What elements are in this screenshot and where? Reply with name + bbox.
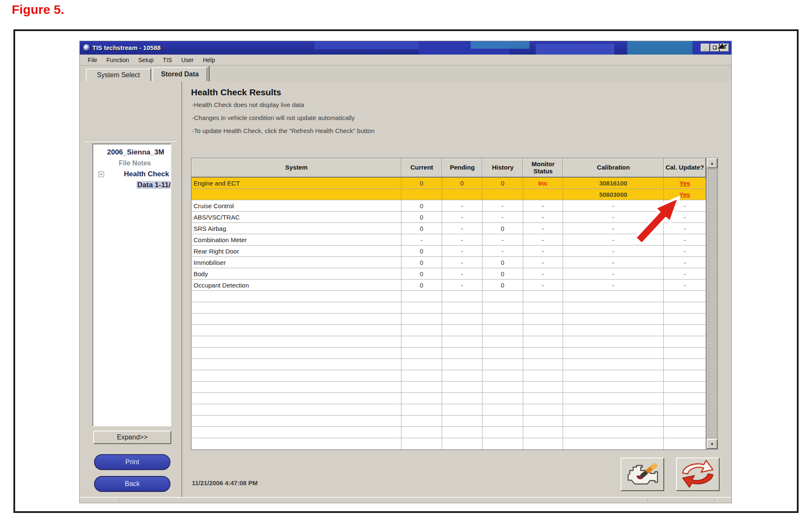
cell-empty (563, 359, 664, 370)
cell-empty (442, 291, 482, 302)
table-row[interactable]: ABS/VSC/TRAC 0 - - - - - (191, 212, 706, 223)
column-header[interactable]: Cal. Update? (664, 158, 706, 177)
statusbar-divider (715, 499, 716, 502)
cell-empty (191, 336, 401, 347)
cell-empty (442, 438, 482, 450)
refresh-health-check-button[interactable] (676, 457, 720, 491)
refresh-icon (678, 459, 718, 490)
cell-empty (563, 302, 664, 313)
cell-cal-update[interactable]: - (664, 280, 706, 290)
cell-monitor-status: - (523, 246, 563, 256)
cell-empty (442, 314, 482, 324)
statusbar-divider (647, 499, 649, 502)
menu-bar: FileFunctionSetupTISUserHelp (80, 55, 731, 65)
tree-item-file-notes[interactable]: File Notes (93, 158, 170, 169)
back-button[interactable]: Back (94, 476, 170, 492)
cell-history: 0 (482, 178, 523, 188)
cell-system: Immobiliser (191, 257, 401, 268)
cell-current: 0 (401, 257, 442, 268)
table-row[interactable]: Occupant Detection 0 - 0 - - - (191, 280, 706, 291)
table-row[interactable]: SRS Airbag 0 - 0 - - - (191, 223, 706, 234)
scroll-down-icon[interactable]: ▼ (707, 439, 718, 449)
cell-cal-update[interactable]: Yes (664, 178, 706, 188)
cell-empty (191, 416, 401, 426)
table-row[interactable]: Immobiliser 0 - 0 - - - (191, 257, 706, 268)
scrollbar-track[interactable] (708, 169, 717, 438)
table-row[interactable]: Engine and ECT 0 0 0 Inc 30816100 Yes (191, 178, 706, 189)
table-row-empty (191, 393, 706, 404)
cell-empty (401, 291, 442, 302)
cell-current: 0 (401, 223, 442, 234)
cell-empty (401, 336, 442, 347)
print-button[interactable]: Print (94, 454, 170, 470)
tab-bar: System Select Stored Data (80, 65, 731, 81)
cell-empty (482, 404, 523, 415)
cell-monitor-status: - (523, 223, 563, 234)
engine-data-button[interactable] (621, 457, 664, 491)
menu-item[interactable]: Setup (134, 57, 158, 63)
title-bar[interactable]: TIS techstream - 10588 _ ❏ ✕ (80, 41, 731, 55)
tree-item-data-file[interactable]: Data 1-11/ (136, 181, 171, 189)
menu-item[interactable]: User (177, 57, 199, 63)
tab-system-select[interactable]: System Select (86, 68, 151, 81)
table-row-empty (191, 404, 706, 416)
tab-stored-data[interactable]: Stored Data (152, 67, 207, 81)
cell-system: Cruise Control (191, 200, 401, 211)
column-header[interactable]: Monitor Status (523, 158, 563, 177)
menu-item[interactable]: Help (198, 57, 220, 63)
cell-cal-update[interactable]: - (664, 234, 706, 245)
scroll-up-icon[interactable]: ▲ (707, 158, 718, 168)
table-row[interactable]: Rear Right Door 0 - - - - - (191, 246, 706, 257)
table-row-empty (191, 302, 706, 314)
tree-item-vehicle-file[interactable]: 2006_Sienna_3M (93, 147, 170, 158)
cell-empty (482, 291, 523, 302)
cell-empty (401, 325, 442, 336)
cell-empty (482, 348, 523, 358)
cell-pending: - (442, 234, 482, 245)
cell-history: - (482, 234, 523, 245)
table-row[interactable]: 50803000 Yes (191, 189, 706, 200)
cell-history (482, 189, 523, 200)
cell-empty (664, 393, 706, 404)
minimize-button[interactable]: _ (701, 44, 710, 52)
column-header[interactable]: System (191, 158, 401, 177)
cell-cal-update[interactable]: - (664, 246, 706, 256)
cell-empty (442, 370, 482, 381)
cell-empty (482, 416, 523, 426)
table-row[interactable]: Combination Meter - - - - - - (191, 234, 706, 246)
cell-empty (442, 359, 482, 370)
cell-current: 0 (401, 200, 442, 211)
table-row[interactable]: Cruise Control 0 - - - - - (191, 200, 706, 212)
table-scrollbar[interactable]: ▲ ▼ (706, 158, 718, 450)
health-check-table: SystemCurrentPendingHistoryMonitor Statu… (191, 158, 706, 450)
collapse-icon[interactable]: - (98, 171, 104, 177)
cell-empty (191, 302, 401, 313)
page-title: Health Check Results (191, 87, 281, 97)
expand-button[interactable]: Expand>> (93, 431, 171, 444)
column-header[interactable]: Pending (442, 158, 482, 177)
cell-cal-update[interactable]: - (664, 268, 706, 279)
cell-cal-update[interactable]: - (664, 257, 706, 268)
column-header[interactable]: Calibration (563, 158, 664, 177)
cell-empty (482, 370, 523, 381)
table-row-empty (191, 438, 706, 450)
cell-cal-update[interactable]: - (664, 223, 706, 234)
cell-empty (442, 416, 482, 426)
cell-calibration: - (563, 200, 664, 211)
table-row[interactable]: Body 0 - 0 - - - (191, 268, 706, 280)
column-header[interactable]: Current (401, 158, 442, 177)
tree-item-health-check[interactable]: Health Check (124, 170, 169, 178)
cell-empty (401, 370, 442, 381)
cell-current: 0 (401, 212, 442, 222)
window-title: TIS techstream - 10588 (92, 44, 161, 51)
cell-empty (482, 438, 523, 450)
cell-empty (442, 382, 482, 392)
cell-empty (664, 382, 706, 392)
menu-item[interactable]: File (83, 57, 102, 63)
cell-empty (442, 393, 482, 404)
menu-item[interactable]: TIS (158, 57, 177, 63)
column-header[interactable]: History (482, 158, 523, 177)
cell-empty (563, 427, 664, 438)
titlebar-gradient-patch (314, 41, 419, 49)
menu-item[interactable]: Function (102, 57, 134, 63)
